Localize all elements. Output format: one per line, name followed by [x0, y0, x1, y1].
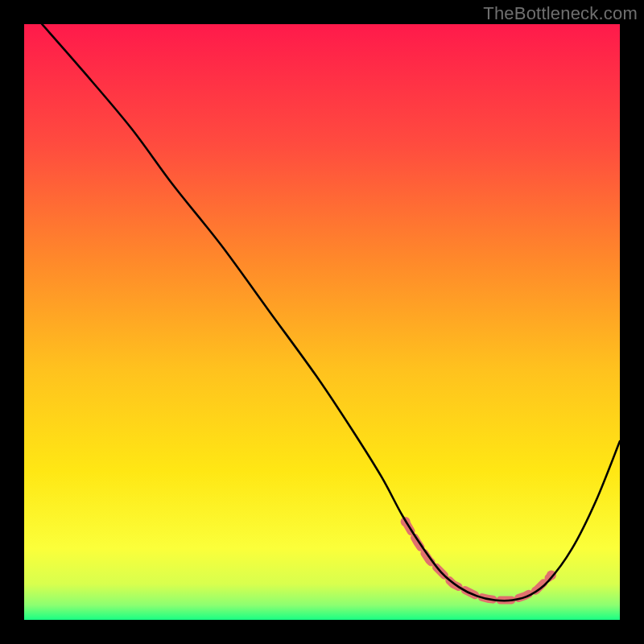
chart-svg — [24, 24, 620, 620]
gradient-background — [24, 24, 620, 620]
watermark-text: TheBottleneck.com — [483, 3, 638, 24]
chart-frame: TheBottleneck.com — [0, 0, 644, 644]
plot-area — [24, 24, 620, 620]
